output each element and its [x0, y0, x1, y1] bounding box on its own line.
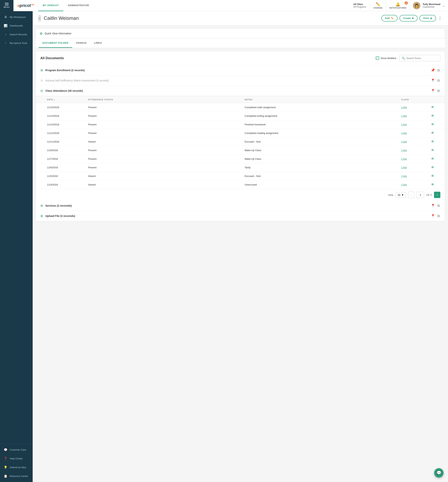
chat-icon: 💬: [4, 448, 8, 451]
class-link[interactable]: 1 link: [401, 114, 431, 117]
pin-button[interactable]: 📌: [431, 68, 435, 73]
next-page-button[interactable]: ›: [434, 192, 440, 198]
more-options-button[interactable]: ⋮: [438, 16, 442, 21]
notes-cell: Completed math assignment.: [245, 106, 401, 109]
sidebar-item-my-apricot-tools[interactable]: › My Apricot Tools: [0, 39, 33, 47]
expand-toggle[interactable]: ⊕: [40, 204, 43, 208]
sidebar-item-search-records[interactable]: › Search Records: [0, 30, 33, 39]
view-record-button[interactable]: 👁: [431, 122, 434, 127]
view-record-button[interactable]: 👁: [431, 105, 434, 109]
add-record-button[interactable]: ⊞: [437, 68, 440, 73]
page-size-selector[interactable]: 10 ▼: [396, 192, 406, 198]
view-record-button[interactable]: 👁: [431, 174, 434, 178]
page-title: Caitlin Weisman: [44, 15, 378, 21]
chat-icon: 💬: [436, 470, 441, 475]
class-link[interactable]: 1 link: [401, 175, 431, 177]
table-row: 11/7/2018 Present Make-Up Class 1 link 👁: [36, 155, 445, 163]
pin-button[interactable]: 📍: [431, 88, 435, 93]
print-label: Print: [423, 17, 429, 20]
class-link[interactable]: 1 link: [401, 132, 431, 135]
view-record-button[interactable]: 👁: [431, 157, 434, 161]
menu-label: MENU: [4, 6, 10, 8]
view-cell: 👁: [431, 148, 440, 152]
table-row: 11/5/2018 Absent Excused - Sick 1 link 👁: [36, 172, 445, 180]
pin-button[interactable]: 📍: [431, 78, 435, 83]
user-area[interactable]: 👩 Tully Moorhead Caseworker ⌄: [410, 2, 448, 9]
add-record-button[interactable]: ⊞: [437, 203, 440, 208]
search-forms-input[interactable]: [406, 57, 438, 60]
show-multiline-toggle[interactable]: ✓ Show Multiline: [376, 56, 396, 60]
view-record-button[interactable]: 👁: [431, 114, 434, 118]
tab-administrator[interactable]: ADMINISTRATOR: [63, 0, 94, 11]
date-cell: 11/12/2018: [47, 132, 88, 135]
sidebar-item-label: Help Center: [10, 457, 23, 460]
edit-button[interactable]: Edit ✏️: [381, 15, 398, 22]
sidebar-item-my-workspace[interactable]: 🖥 My Workspace: [0, 13, 33, 21]
class-link[interactable]: 1 link: [401, 183, 431, 186]
status-cell: Absent: [88, 183, 245, 186]
sidebar-item-help-center[interactable]: ❓ Help Center: [0, 454, 33, 463]
tab-links[interactable]: LINKS: [90, 39, 106, 48]
add-record-button[interactable]: ⊞: [437, 214, 440, 218]
page-number-input[interactable]: [417, 192, 424, 198]
table-row: 11/14/2018 Present Completed writing ass…: [36, 112, 445, 120]
view-record-button[interactable]: 👁: [431, 140, 434, 144]
date-cell: 11/7/2018: [47, 158, 88, 160]
view-record-button[interactable]: 👁: [431, 183, 434, 187]
status-cell: Absent: [88, 175, 245, 177]
sidebar-bottom: 💬 Customer Care ❓ Help Center 💡 Submit a…: [0, 444, 33, 482]
print-button[interactable]: Print 🖨: [419, 15, 436, 22]
tab-my-apricot[interactable]: MY APRICOT: [38, 0, 63, 11]
sidebar-item-dashboards[interactable]: 📊 Dashboards: [0, 21, 33, 30]
class-link[interactable]: 1 link: [401, 106, 431, 109]
sidebar-item-submit-idea[interactable]: 💡 Submit an Idea: [0, 463, 33, 472]
collapse-toggle[interactable]: ⊖: [40, 89, 43, 93]
tab-census[interactable]: CENSUS: [72, 39, 90, 48]
col-notes: NOTES: [245, 98, 401, 101]
notes-cell: Completed writing assignment.: [245, 114, 401, 117]
sort-icon[interactable]: ↓: [54, 98, 55, 101]
sidebar-item-resource-center[interactable]: 📋 Resource Center: [0, 472, 33, 481]
doc-row-actions: 📍 ⊞: [431, 203, 440, 208]
site-selector[interactable]: All Sites All Programs: [350, 3, 370, 8]
doc-row-actions: 📍 ⊞: [431, 88, 440, 93]
class-link[interactable]: 1 link: [401, 140, 431, 143]
expand-toggle[interactable]: ⊕: [40, 214, 43, 218]
class-link[interactable]: 1 link: [401, 158, 431, 160]
expand-toggle[interactable]: ⊕: [40, 68, 43, 72]
quick-view-label: Quick View Information: [45, 32, 71, 35]
class-link[interactable]: 1 link: [401, 149, 431, 152]
doc-name: Arizona Self-Sufficiency Matrix Assessme…: [45, 79, 428, 82]
chat-fab-button[interactable]: 💬: [434, 468, 444, 478]
class-link[interactable]: 1 link: [401, 166, 431, 169]
pin-button[interactable]: 📍: [431, 203, 435, 208]
main-layout: 🖥 My Workspace 📊 Dashboards › Search Rec…: [0, 11, 448, 482]
col-actions: [431, 98, 440, 101]
add-record-button[interactable]: ⊞: [437, 78, 440, 83]
prev-page-button[interactable]: ‹: [408, 192, 414, 198]
edit-label: Edit: [385, 17, 390, 20]
view-record-button[interactable]: 👁: [431, 131, 434, 135]
notes-cell: Make-Up Class: [245, 149, 401, 152]
arizona-assessment-row: ⊕ Arizona Self-Sufficiency Matrix Assess…: [36, 75, 445, 86]
pin-button[interactable]: 📍: [431, 214, 435, 218]
tab-document-folder[interactable]: DOCUMENT FOLDER: [39, 39, 72, 48]
view-record-button[interactable]: 👁: [431, 148, 434, 152]
class-link[interactable]: 1 link: [401, 123, 431, 126]
sidebar-item-customer-care[interactable]: 💬 Customer Care: [0, 445, 33, 454]
change-action[interactable]: ✏️ CHANGE: [370, 0, 386, 11]
add-record-button[interactable]: ⊞: [437, 88, 440, 93]
notes-cell: Make-Up Class: [245, 158, 401, 160]
back-button[interactable]: ‹: [39, 16, 41, 21]
multiline-checkbox[interactable]: ✓: [376, 56, 379, 60]
sidebar: 🖥 My Workspace 📊 Dashboards › Search Rec…: [0, 11, 33, 482]
view-record-button[interactable]: 👁: [431, 166, 434, 169]
doc-name: Upload File (3 recoreds): [45, 215, 428, 217]
dashboard-icon: 📊: [4, 24, 8, 27]
notifications-action[interactable]: 🔔 2 NOTIFICATIONS: [386, 0, 410, 11]
menu-button[interactable]: MENU: [0, 0, 13, 11]
status-cell: Present: [88, 114, 245, 117]
create-button[interactable]: Create ⊕: [400, 15, 417, 22]
view-cell: 👁: [431, 114, 440, 118]
quick-view-bar[interactable]: ⊕ Quick View Information: [36, 28, 445, 39]
